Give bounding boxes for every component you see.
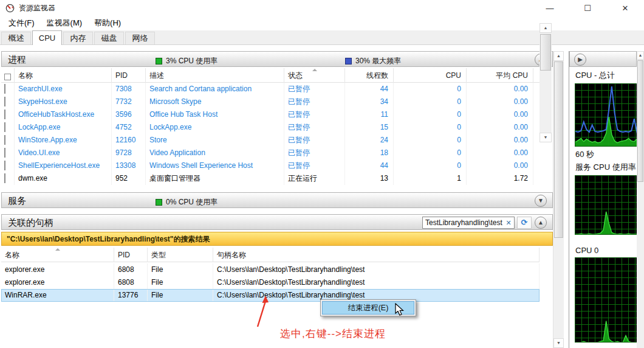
title-bar: 资源监视器 — ☐ ✕	[0, 0, 644, 16]
menu-item-文[interactable]: 文件(F)	[2, 16, 41, 30]
process-row[interactable]: Video.UI.exe9728Video Application已暂停1800…	[1, 147, 540, 159]
tab-网络[interactable]: 网络	[125, 32, 155, 44]
column-header-6[interactable]: 平均 CPU	[467, 68, 533, 83]
cell-cpu: 0	[394, 83, 467, 96]
cell-pid: 7732	[112, 96, 146, 108]
cell-name: ShellExperienceHost.exe	[15, 159, 112, 172]
cell-type: File	[148, 289, 213, 302]
column-header-1[interactable]: PID	[112, 68, 146, 83]
column-header-2[interactable]: 描述	[146, 68, 284, 83]
scroll-up-icon[interactable]: ▲	[540, 23, 552, 33]
cpu-usage-label: 3% CPU 使用率	[166, 56, 218, 66]
handles-section-header: 关联的句柄 TestLibraryhandling\test ✕ ⟳ ▲	[1, 214, 553, 230]
close-button[interactable]: ✕	[606, 0, 644, 16]
scrollbar-thumb[interactable]	[637, 60, 643, 182]
checkbox[interactable]	[4, 97, 5, 106]
checkbox[interactable]	[4, 84, 5, 94]
column-header-2[interactable]: 类型	[148, 248, 213, 262]
services-expand-button[interactable]: ▼	[535, 195, 547, 207]
search-result-banner: "C:\Users\lan\Desktop\TestLibraryhandlin…	[1, 232, 553, 246]
cell-status: 已暂停	[284, 121, 345, 134]
sort-indicator-icon	[312, 69, 317, 71]
column-header-0[interactable]: 名称	[1, 248, 114, 262]
cell-avg_cpu: 0.00	[467, 159, 533, 172]
services-cpu-swatch-icon	[156, 199, 162, 206]
process-row[interactable]: LockApp.exe4752LockApp.exe已暂停1500.00	[1, 121, 540, 134]
cell-threads: 18	[345, 147, 394, 159]
cell-avg_cpu: 0.00	[467, 96, 533, 108]
cell-name: explorer.exe	[1, 276, 114, 289]
handle-row[interactable]: explorer.exe6808FileC:\Users\lan\Desktop…	[1, 263, 540, 276]
tab-内存[interactable]: 内存	[63, 32, 93, 44]
cell-avg_cpu: 0.00	[467, 147, 533, 159]
process-table-scrollbar[interactable]: ▲ ▼	[540, 23, 552, 142]
cell-name: LockApp.exe	[15, 121, 112, 134]
scroll-up-icon[interactable]: ▲	[553, 51, 564, 61]
scrollbar-thumb[interactable]	[554, 61, 563, 238]
process-row[interactable]: SkypeHost.exe7732Microsoft Skype已暂停3400.…	[1, 96, 540, 108]
process-section-header: 进程 3% CPU 使用率 30% 最大频率 ▲	[1, 51, 553, 67]
cell-name: Video.UI.exe	[15, 147, 112, 159]
tab-概述[interactable]: 概述	[1, 32, 31, 44]
scroll-up-icon[interactable]: ▲	[637, 51, 644, 60]
process-table-body: SearchUI.exe7308Search and Cortana appli…	[1, 83, 540, 185]
checkbox[interactable]	[4, 122, 5, 132]
process-row[interactable]: WinStore.App.exe12160Store已暂停2400.00	[1, 134, 540, 147]
menu-item-帮[interactable]: 帮助(H)	[88, 16, 127, 30]
tab-磁盘[interactable]: 磁盘	[94, 32, 124, 44]
handles-collapse-button[interactable]: ▲	[535, 217, 547, 229]
checkbox[interactable]	[4, 110, 5, 119]
column-header-3[interactable]: 状态	[284, 68, 345, 83]
scrollbar-thumb[interactable]	[540, 34, 551, 71]
main-scrollbar[interactable]: ▲ ▼	[553, 51, 564, 348]
cell-desc: Windows Shell Experience Host	[146, 159, 284, 172]
panel-expand-icon[interactable]: ▶	[574, 54, 586, 66]
cell-threads: 24	[345, 134, 394, 147]
handle-search-input[interactable]: TestLibraryhandling\test ✕	[422, 217, 515, 229]
checkbox[interactable]	[4, 161, 5, 170]
column-header-5[interactable]: CPU	[394, 68, 467, 83]
sort-indicator-icon	[55, 248, 60, 251]
cell-type: File	[148, 263, 213, 276]
search-value[interactable]: TestLibraryhandling\test	[423, 218, 503, 227]
column-header-4[interactable]: 线程数	[345, 68, 394, 83]
cell-name: SearchUI.exe	[15, 83, 112, 96]
minimize-button[interactable]: —	[531, 0, 569, 16]
process-row[interactable]: SearchUI.exe7308Search and Cortana appli…	[1, 83, 540, 96]
tab-CPU[interactable]: CPU	[32, 30, 62, 45]
maximize-button[interactable]: ☐	[569, 0, 606, 16]
handle-row[interactable]: explorer.exe6808FileC:\Users\lan\Desktop…	[1, 276, 540, 289]
cell-name: explorer.exe	[1, 263, 114, 276]
checkbox[interactable]	[4, 148, 5, 158]
cell-handle: C:\Users\lan\Desktop\TestLibraryhandling…	[213, 276, 540, 289]
scroll-down-icon[interactable]: ▼	[540, 133, 552, 142]
panel-scrollbar[interactable]: ▲	[637, 51, 644, 348]
cell-threads: 13	[345, 172, 394, 185]
column-header-1[interactable]: PID	[114, 248, 148, 262]
cell-avg_cpu: 0.00	[467, 83, 533, 96]
menu-item-监[interactable]: 监视器(M)	[41, 16, 89, 30]
cell-status: 已暂停	[284, 83, 345, 96]
checkbox[interactable]	[4, 74, 11, 80]
handles-table-header: 名称PID类型句柄名称	[1, 248, 540, 262]
cell-avg_cpu: 1.72	[467, 172, 533, 185]
cell-cpu: 0	[394, 96, 467, 108]
process-row[interactable]: ShellExperienceHost.exe13308Windows Shel…	[1, 159, 540, 172]
checkbox[interactable]	[4, 173, 5, 183]
cell-cpu: 0	[394, 159, 467, 172]
checkbox[interactable]	[4, 135, 5, 145]
checkbox-cell	[1, 108, 15, 121]
checkbox-cell	[1, 134, 15, 147]
cell-desc: Video Application	[146, 147, 284, 159]
clear-search-icon[interactable]: ✕	[503, 219, 514, 227]
cell-threads: 34	[345, 96, 394, 108]
column-header-3[interactable]: 句柄名称	[213, 248, 540, 262]
scroll-down-icon[interactable]: ▼	[553, 338, 564, 348]
process-table-header: 名称PID描述状态线程数CPU平均 CPU	[1, 68, 540, 83]
column-header-0[interactable]: 名称	[15, 68, 112, 83]
refresh-search-icon[interactable]: ⟳	[517, 217, 532, 229]
cell-type: File	[148, 276, 213, 289]
window-title: 资源监视器	[19, 3, 55, 13]
process-row[interactable]: OfficeHubTaskHost.exe3596Office Hub Task…	[1, 108, 540, 121]
process-row[interactable]: dwm.exe952桌面窗口管理器正在运行1311.72	[1, 172, 540, 185]
